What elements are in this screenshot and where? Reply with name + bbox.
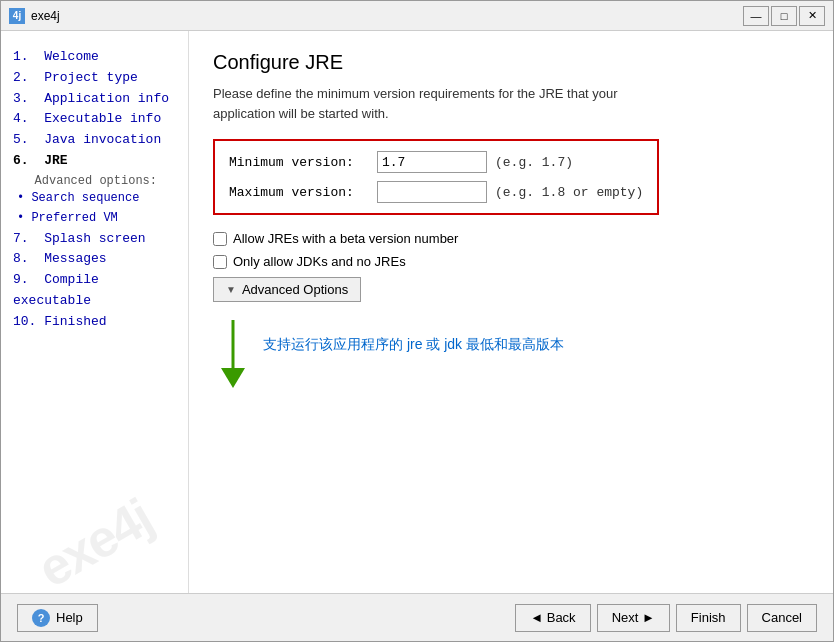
green-arrow-icon <box>213 320 253 390</box>
sidebar-item-welcome[interactable]: 1. Welcome <box>13 47 176 68</box>
min-version-input[interactable] <box>377 151 487 173</box>
minimize-button[interactable]: — <box>743 6 769 26</box>
sidebar: 1. Welcome 2. Project type 3. Applicatio… <box>1 31 189 593</box>
title-bar: 4j exe4j — □ ✕ <box>1 1 833 31</box>
window-title: exe4j <box>31 9 743 23</box>
annotation-text: 支持运行该应用程序的 jre 或 jdk 最低和最高版本 <box>263 316 564 354</box>
jdk-only-checkbox-label[interactable]: Only allow JDKs and no JREs <box>233 254 406 269</box>
max-version-label: Maximum version: <box>229 185 369 200</box>
sidebar-item-executable-info[interactable]: 4. Executable info <box>13 109 176 130</box>
svg-marker-1 <box>221 368 245 388</box>
window-controls: — □ ✕ <box>743 6 825 26</box>
annotation-area: 支持运行该应用程序的 jre 或 jdk 最低和最高版本 <box>213 316 809 390</box>
beta-checkbox-row: Allow JREs with a beta version number <box>213 231 809 246</box>
beta-checkbox-label[interactable]: Allow JREs with a beta version number <box>233 231 458 246</box>
max-version-input[interactable] <box>377 181 487 203</box>
min-version-hint: (e.g. 1.7) <box>495 155 573 170</box>
close-button[interactable]: ✕ <box>799 6 825 26</box>
sidebar-item-project-type[interactable]: 2. Project type <box>13 68 176 89</box>
main-window: 4j exe4j — □ ✕ 1. Welcome 2. Project typ… <box>0 0 834 642</box>
jdk-only-checkbox-row: Only allow JDKs and no JREs <box>213 254 809 269</box>
advanced-options-button[interactable]: ▼ Advanced Options <box>213 277 361 302</box>
advanced-options-label: Advanced Options <box>242 282 348 297</box>
help-label: Help <box>56 610 83 625</box>
sidebar-item-finished[interactable]: 10. Finished <box>13 312 176 333</box>
sidebar-item-search-sequence[interactable]: • Search sequence <box>13 188 176 208</box>
version-box: Minimum version: (e.g. 1.7) Maximum vers… <box>213 139 659 215</box>
maximize-button[interactable]: □ <box>771 6 797 26</box>
panel-description: Please define the minimum version requir… <box>213 84 809 123</box>
cancel-button[interactable]: Cancel <box>747 604 817 632</box>
sidebar-item-splash-screen[interactable]: 7. Splash screen <box>13 229 176 250</box>
content-area: 1. Welcome 2. Project type 3. Applicatio… <box>1 31 833 593</box>
finish-button[interactable]: Finish <box>676 604 741 632</box>
sidebar-item-jre[interactable]: 6. JRE <box>13 151 176 172</box>
panel-title: Configure JRE <box>213 51 809 74</box>
main-panel: Configure JRE Please define the minimum … <box>189 31 833 593</box>
sidebar-item-java-invocation[interactable]: 5. Java invocation <box>13 130 176 151</box>
sidebar-item-compile-executable[interactable]: 9. Compile executable <box>13 270 176 312</box>
back-button[interactable]: ◄ Back <box>515 604 590 632</box>
min-version-label: Minimum version: <box>229 155 369 170</box>
help-button[interactable]: ? Help <box>17 604 98 632</box>
sidebar-item-preferred-vm[interactable]: • Preferred VM <box>13 208 176 228</box>
max-version-row: Maximum version: (e.g. 1.8 or empty) <box>229 181 643 203</box>
app-icon: 4j <box>9 8 25 24</box>
dropdown-arrow-icon: ▼ <box>226 284 236 295</box>
next-button[interactable]: Next ► <box>597 604 670 632</box>
sidebar-item-application-info[interactable]: 3. Application info <box>13 89 176 110</box>
bottom-left-controls: ? Help <box>17 604 98 632</box>
min-version-row: Minimum version: (e.g. 1.7) <box>229 151 643 173</box>
sidebar-advanced-options-label: Advanced options: <box>13 174 176 188</box>
bottom-right-controls: ◄ Back Next ► Finish Cancel <box>515 604 817 632</box>
max-version-hint: (e.g. 1.8 or empty) <box>495 185 643 200</box>
beta-checkbox[interactable] <box>213 232 227 246</box>
watermark: exe4j <box>1 470 189 593</box>
jdk-only-checkbox[interactable] <box>213 255 227 269</box>
sidebar-item-messages[interactable]: 8. Messages <box>13 249 176 270</box>
help-icon: ? <box>32 609 50 627</box>
bottom-bar: ? Help ◄ Back Next ► Finish Cancel <box>1 593 833 641</box>
